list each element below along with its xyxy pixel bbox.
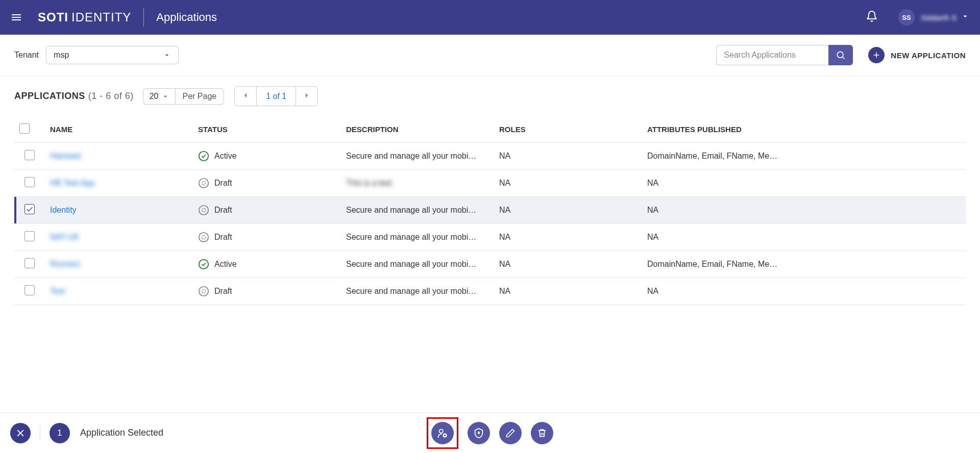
col-description[interactable]: DESCRIPTION [341, 116, 494, 143]
chevron-down-icon [163, 51, 171, 59]
check-circle-icon [198, 150, 209, 162]
app-name-link[interactable]: Identity [50, 206, 77, 214]
table-header-row: NAME STATUS DESCRIPTION ROLES ATTRIBUTES… [14, 116, 966, 143]
list-title: APPLICATIONS(1 - 6 of 6) [14, 91, 134, 102]
draft-icon [198, 286, 209, 297]
description-text: Secure and manage all your mobi… [346, 206, 476, 214]
description-text: Secure and manage all your mobi… [346, 152, 476, 160]
svg-point-0 [838, 52, 844, 58]
status-text: Draft [214, 287, 232, 296]
roles-text: NA [499, 233, 510, 241]
app-name-link[interactable]: Test [50, 287, 65, 295]
user-name: Siddarth S [921, 13, 957, 22]
status-text: Active [214, 260, 237, 269]
table-row[interactable]: NAT-UK Draft Secure and manage all your … [14, 224, 966, 251]
arrow-right-icon [302, 91, 311, 100]
attributes-text: NA [647, 206, 658, 214]
row-checkbox[interactable] [24, 285, 35, 295]
row-checkbox[interactable] [24, 204, 35, 214]
status-text: Draft [214, 179, 232, 188]
draft-icon [198, 232, 209, 243]
roles-text: NA [499, 179, 510, 187]
row-checkbox[interactable] [24, 231, 35, 241]
svg-point-2 [199, 152, 208, 161]
tenant-value: msp [54, 51, 69, 60]
plus-icon [868, 47, 885, 63]
status-text: Draft [214, 206, 232, 215]
col-attributes[interactable]: ATTRIBUTES PUBLISHED [642, 116, 966, 143]
pager-info: 1 of 1 [257, 88, 296, 105]
page-title: Applications [156, 11, 217, 24]
table-row[interactable]: Test Draft Secure and manage all your mo… [14, 278, 966, 305]
row-checkbox[interactable] [24, 150, 35, 160]
tenant-label: Tenant [14, 51, 39, 60]
col-status[interactable]: STATUS [193, 116, 341, 143]
table-row[interactable]: HB Test App Draft This is a test NA NA [14, 170, 966, 197]
col-roles[interactable]: ROLES [494, 116, 642, 143]
description-text: Secure and manage all your mobi… [346, 260, 476, 268]
roles-text: NA [499, 152, 510, 160]
app-name-link[interactable]: Hameed [50, 152, 81, 160]
toolbar: Tenant msp NEW APPLICATION [0, 35, 980, 76]
svg-line-1 [843, 57, 845, 59]
applications-table: NAME STATUS DESCRIPTION ROLES ATTRIBUTES… [14, 116, 966, 305]
list-header: APPLICATIONS(1 - 6 of 6) 20 Per Page 1 o… [0, 76, 980, 116]
description-text: This is a test [346, 179, 392, 187]
status-text: Active [214, 152, 237, 161]
table-row[interactable]: Ronnie1 Active Secure and manage all you… [14, 251, 966, 278]
svg-point-5 [199, 206, 208, 215]
table-row[interactable]: Hameed Active Secure and manage all your… [14, 143, 966, 170]
svg-point-3 [199, 179, 208, 188]
svg-point-9 [199, 260, 208, 269]
roles-text: NA [499, 287, 510, 295]
list-count: (1 - 6 of 6) [88, 91, 134, 101]
search-input[interactable] [716, 45, 828, 65]
next-page-button[interactable] [296, 87, 317, 106]
search-button[interactable] [828, 45, 853, 65]
avatar[interactable]: SS [898, 9, 915, 26]
tenant-select[interactable]: msp [46, 46, 179, 64]
attributes-text: NA [647, 233, 658, 241]
page-size-value[interactable]: 20 [143, 89, 176, 104]
svg-point-4 [202, 181, 205, 185]
search-icon [836, 50, 846, 60]
attributes-text: DomainName, Email, FName, Me… [647, 152, 777, 160]
header-divider [143, 8, 144, 27]
table-row[interactable]: Identity Draft Secure and manage all you… [14, 197, 966, 224]
page-size-select: 20 Per Page [143, 88, 225, 105]
pager: 1 of 1 [234, 86, 318, 106]
description-text: Secure and manage all your mobi… [346, 233, 476, 241]
chevron-down-icon [162, 93, 169, 100]
row-checkbox[interactable] [24, 177, 35, 187]
svg-point-6 [202, 208, 205, 212]
attributes-text: NA [647, 179, 658, 187]
attributes-text: DomainName, Email, FName, Me… [647, 260, 777, 268]
check-circle-icon [198, 259, 209, 270]
app-logo: SOTI IDENTITY [38, 10, 131, 24]
attributes-text: NA [647, 287, 658, 295]
roles-text: NA [499, 206, 510, 214]
page-size-label: Per Page [176, 89, 224, 104]
app-name-link[interactable]: Ronnie1 [50, 260, 81, 268]
notifications-icon[interactable] [866, 10, 878, 24]
select-all-checkbox[interactable] [19, 123, 30, 134]
svg-point-8 [202, 235, 205, 239]
draft-icon [198, 178, 209, 189]
description-text: Secure and manage all your mobi… [346, 287, 476, 295]
app-header: SOTI IDENTITY Applications SS Siddarth S [0, 0, 980, 35]
hamburger-menu-icon[interactable] [10, 11, 22, 23]
new-application-button[interactable]: NEW APPLICATION [868, 47, 966, 63]
new-application-label: NEW APPLICATION [891, 51, 966, 60]
app-name-link[interactable]: NAT-UK [50, 233, 79, 241]
row-checkbox[interactable] [24, 258, 35, 268]
svg-point-10 [199, 287, 208, 296]
user-menu-dropdown[interactable] [961, 12, 970, 23]
col-name[interactable]: NAME [45, 116, 193, 143]
svg-point-7 [199, 233, 208, 242]
status-text: Draft [214, 233, 232, 242]
roles-text: NA [499, 260, 510, 268]
arrow-left-icon [241, 91, 250, 100]
app-name-link[interactable]: HB Test App [50, 179, 95, 187]
svg-point-11 [202, 289, 205, 293]
prev-page-button[interactable] [235, 87, 257, 106]
